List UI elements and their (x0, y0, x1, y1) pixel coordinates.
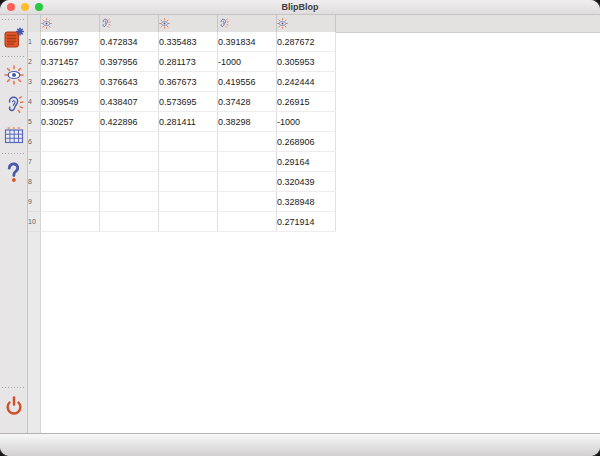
view-button[interactable] (2, 63, 26, 87)
title-bar: BlipBlop (0, 0, 600, 15)
table-cell[interactable] (159, 152, 218, 172)
table-cell[interactable]: 0.667997 (41, 32, 100, 52)
main-area: 10.6679970.4728340.3354830.3918340.28767… (0, 15, 600, 433)
ear-waves-icon (218, 18, 276, 29)
table-cell[interactable]: 0.573695 (159, 92, 218, 112)
window-title: BlipBlop (0, 0, 600, 14)
sidebar-divider (2, 153, 26, 154)
row-number[interactable]: 2 (28, 52, 41, 72)
table-cell[interactable] (218, 152, 277, 172)
table-cell[interactable]: 0.397956 (100, 52, 159, 72)
table-cell[interactable]: 0.268906 (277, 132, 336, 152)
table-row: 40.3095490.4384070.5736950.374280.26915 (28, 92, 336, 112)
table-cell[interactable]: 0.30257 (41, 112, 100, 132)
table-cell[interactable] (100, 152, 159, 172)
table-cell[interactable]: 0.472834 (100, 32, 159, 52)
table-corner (28, 15, 41, 32)
table-cell[interactable] (100, 212, 159, 232)
table-cell[interactable] (100, 172, 159, 192)
row-number[interactable]: 4 (28, 92, 41, 112)
table-cell[interactable] (159, 172, 218, 192)
table-cell[interactable] (41, 132, 100, 152)
table-cell[interactable]: 0.422896 (100, 112, 159, 132)
row-number[interactable]: 7 (28, 152, 41, 172)
row-number[interactable]: 9 (28, 192, 41, 212)
row-number[interactable]: 10 (28, 212, 41, 232)
table-cell[interactable] (100, 132, 159, 152)
eye-rays-icon (159, 18, 217, 29)
row-number[interactable]: 6 (28, 132, 41, 152)
table-cell[interactable] (159, 212, 218, 232)
notebook-new-button[interactable] (2, 26, 26, 50)
table-cell[interactable]: 0.367673 (159, 72, 218, 92)
table-cell[interactable] (159, 192, 218, 212)
table-grid-icon (4, 127, 24, 144)
table-cell[interactable]: -1000 (277, 112, 336, 132)
table-row: 30.2962730.3766430.3676730.4195560.24244… (28, 72, 336, 92)
table-row: 80.320439 (28, 172, 336, 192)
row-number[interactable]: 8 (28, 172, 41, 192)
zoom-button[interactable] (35, 3, 43, 11)
table-cell[interactable] (41, 152, 100, 172)
table-button[interactable] (2, 123, 26, 147)
table-cell[interactable]: 0.371457 (41, 52, 100, 72)
minimize-button[interactable] (21, 3, 29, 11)
power-button[interactable] (2, 394, 26, 418)
column-header-1[interactable] (41, 15, 100, 32)
table-cell[interactable]: 0.242444 (277, 72, 336, 92)
table-row: 90.328948 (28, 192, 336, 212)
traffic-lights (7, 0, 43, 14)
listen-button[interactable] (2, 93, 26, 117)
table-cell[interactable]: 0.309549 (41, 92, 100, 112)
row-number[interactable]: 1 (28, 32, 41, 52)
table-cell[interactable]: 0.419556 (218, 72, 277, 92)
sidebar-divider (2, 387, 26, 388)
data-table: 10.6679970.4728340.3354830.3918340.28767… (28, 15, 336, 232)
table-cell[interactable]: 0.26915 (277, 92, 336, 112)
toolbar-sidebar (0, 15, 28, 433)
column-header-2[interactable] (100, 15, 159, 32)
table-cell[interactable]: 0.281411 (159, 112, 218, 132)
table-cell[interactable]: 0.37428 (218, 92, 277, 112)
table-cell[interactable]: 0.376643 (100, 72, 159, 92)
table-cell[interactable]: 0.287672 (277, 32, 336, 52)
table-cell[interactable] (41, 212, 100, 232)
close-button[interactable] (7, 3, 15, 11)
table-cell[interactable]: 0.38298 (218, 112, 277, 132)
table-cell[interactable] (218, 212, 277, 232)
table-cell[interactable] (41, 192, 100, 212)
notebook-new-icon (2, 27, 25, 50)
table-cell[interactable] (218, 172, 277, 192)
table-cell[interactable]: 0.29164 (277, 152, 336, 172)
status-bar (0, 433, 600, 456)
ear-waves-icon (4, 95, 24, 115)
sidebar-divider (2, 19, 26, 20)
eye-rays-icon (277, 18, 335, 29)
table-row: 20.3714570.3979560.281173-10000.305953 (28, 52, 336, 72)
column-header-3[interactable] (159, 15, 218, 32)
column-header-5[interactable] (277, 15, 336, 32)
table-cell[interactable] (159, 132, 218, 152)
table-cell[interactable] (41, 172, 100, 192)
sidebar-divider (2, 56, 26, 57)
column-header-4[interactable] (218, 15, 277, 32)
app-window: BlipBlop (0, 0, 600, 456)
table-cell[interactable]: 0.328948 (277, 192, 336, 212)
table-cell[interactable]: 0.320439 (277, 172, 336, 192)
table-cell[interactable]: 0.305953 (277, 52, 336, 72)
table-cell[interactable]: 0.296273 (41, 72, 100, 92)
eye-rays-icon (41, 18, 99, 29)
table-cell[interactable]: 0.271914 (277, 212, 336, 232)
table-cell[interactable]: 0.335483 (159, 32, 218, 52)
table-cell[interactable] (218, 192, 277, 212)
help-button[interactable] (2, 160, 26, 184)
table-cell[interactable]: 0.391834 (218, 32, 277, 52)
table-cell[interactable] (100, 192, 159, 212)
table-cell[interactable]: -1000 (218, 52, 277, 72)
row-number[interactable]: 5 (28, 112, 41, 132)
table-cell[interactable]: 0.438407 (100, 92, 159, 112)
table-cell[interactable]: 0.281173 (159, 52, 218, 72)
row-number[interactable]: 3 (28, 72, 41, 92)
help-icon (6, 162, 21, 183)
table-cell[interactable] (218, 132, 277, 152)
